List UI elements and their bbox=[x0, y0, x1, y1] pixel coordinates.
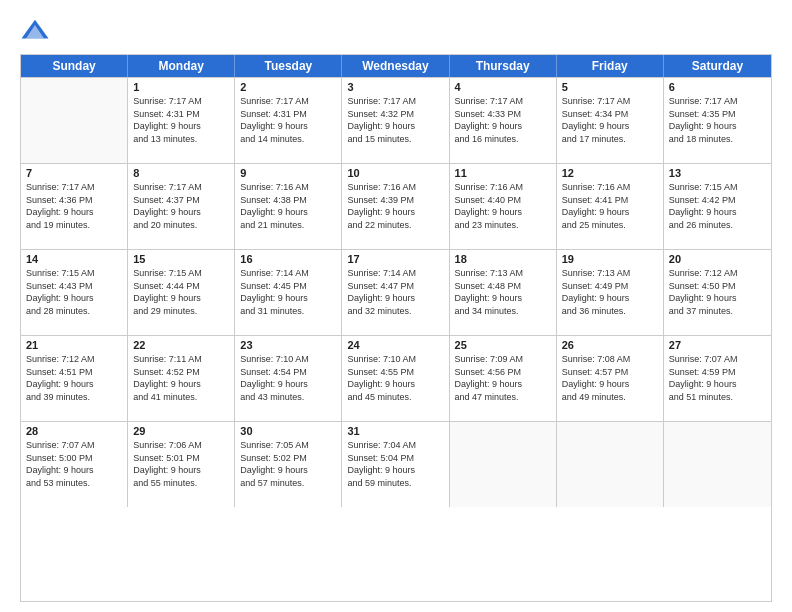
day-info: Sunrise: 7:08 AM Sunset: 4:57 PM Dayligh… bbox=[562, 353, 658, 403]
header-day-monday: Monday bbox=[128, 55, 235, 77]
calendar-week-4: 21Sunrise: 7:12 AM Sunset: 4:51 PM Dayli… bbox=[21, 335, 771, 421]
day-info: Sunrise: 7:17 AM Sunset: 4:33 PM Dayligh… bbox=[455, 95, 551, 145]
day-number: 4 bbox=[455, 81, 551, 93]
calendar-cell bbox=[450, 422, 557, 507]
day-number: 18 bbox=[455, 253, 551, 265]
calendar-week-5: 28Sunrise: 7:07 AM Sunset: 5:00 PM Dayli… bbox=[21, 421, 771, 507]
day-info: Sunrise: 7:17 AM Sunset: 4:32 PM Dayligh… bbox=[347, 95, 443, 145]
header-day-wednesday: Wednesday bbox=[342, 55, 449, 77]
day-info: Sunrise: 7:13 AM Sunset: 4:48 PM Dayligh… bbox=[455, 267, 551, 317]
calendar-cell: 25Sunrise: 7:09 AM Sunset: 4:56 PM Dayli… bbox=[450, 336, 557, 421]
calendar-cell: 29Sunrise: 7:06 AM Sunset: 5:01 PM Dayli… bbox=[128, 422, 235, 507]
logo-icon bbox=[20, 16, 50, 46]
calendar: SundayMondayTuesdayWednesdayThursdayFrid… bbox=[20, 54, 772, 602]
header-day-saturday: Saturday bbox=[664, 55, 771, 77]
calendar-cell: 4Sunrise: 7:17 AM Sunset: 4:33 PM Daylig… bbox=[450, 78, 557, 163]
header-day-tuesday: Tuesday bbox=[235, 55, 342, 77]
day-number: 2 bbox=[240, 81, 336, 93]
calendar-cell bbox=[557, 422, 664, 507]
calendar-cell: 31Sunrise: 7:04 AM Sunset: 5:04 PM Dayli… bbox=[342, 422, 449, 507]
calendar-cell: 16Sunrise: 7:14 AM Sunset: 4:45 PM Dayli… bbox=[235, 250, 342, 335]
calendar-body: 1Sunrise: 7:17 AM Sunset: 4:31 PM Daylig… bbox=[21, 77, 771, 507]
calendar-cell: 19Sunrise: 7:13 AM Sunset: 4:49 PM Dayli… bbox=[557, 250, 664, 335]
day-number: 25 bbox=[455, 339, 551, 351]
day-number: 28 bbox=[26, 425, 122, 437]
day-number: 20 bbox=[669, 253, 766, 265]
day-info: Sunrise: 7:12 AM Sunset: 4:51 PM Dayligh… bbox=[26, 353, 122, 403]
day-number: 13 bbox=[669, 167, 766, 179]
day-info: Sunrise: 7:09 AM Sunset: 4:56 PM Dayligh… bbox=[455, 353, 551, 403]
header-day-thursday: Thursday bbox=[450, 55, 557, 77]
day-number: 12 bbox=[562, 167, 658, 179]
day-info: Sunrise: 7:16 AM Sunset: 4:38 PM Dayligh… bbox=[240, 181, 336, 231]
calendar-cell bbox=[21, 78, 128, 163]
header-day-sunday: Sunday bbox=[21, 55, 128, 77]
calendar-cell: 14Sunrise: 7:15 AM Sunset: 4:43 PM Dayli… bbox=[21, 250, 128, 335]
day-info: Sunrise: 7:17 AM Sunset: 4:34 PM Dayligh… bbox=[562, 95, 658, 145]
day-info: Sunrise: 7:15 AM Sunset: 4:42 PM Dayligh… bbox=[669, 181, 766, 231]
day-number: 27 bbox=[669, 339, 766, 351]
day-number: 23 bbox=[240, 339, 336, 351]
day-info: Sunrise: 7:04 AM Sunset: 5:04 PM Dayligh… bbox=[347, 439, 443, 489]
calendar-cell: 5Sunrise: 7:17 AM Sunset: 4:34 PM Daylig… bbox=[557, 78, 664, 163]
calendar-cell: 2Sunrise: 7:17 AM Sunset: 4:31 PM Daylig… bbox=[235, 78, 342, 163]
day-info: Sunrise: 7:14 AM Sunset: 4:45 PM Dayligh… bbox=[240, 267, 336, 317]
day-number: 14 bbox=[26, 253, 122, 265]
calendar-cell: 27Sunrise: 7:07 AM Sunset: 4:59 PM Dayli… bbox=[664, 336, 771, 421]
day-number: 15 bbox=[133, 253, 229, 265]
day-number: 3 bbox=[347, 81, 443, 93]
day-info: Sunrise: 7:10 AM Sunset: 4:55 PM Dayligh… bbox=[347, 353, 443, 403]
calendar-cell: 1Sunrise: 7:17 AM Sunset: 4:31 PM Daylig… bbox=[128, 78, 235, 163]
day-info: Sunrise: 7:16 AM Sunset: 4:39 PM Dayligh… bbox=[347, 181, 443, 231]
day-info: Sunrise: 7:16 AM Sunset: 4:41 PM Dayligh… bbox=[562, 181, 658, 231]
logo bbox=[20, 16, 54, 46]
day-info: Sunrise: 7:05 AM Sunset: 5:02 PM Dayligh… bbox=[240, 439, 336, 489]
day-info: Sunrise: 7:17 AM Sunset: 4:36 PM Dayligh… bbox=[26, 181, 122, 231]
day-info: Sunrise: 7:17 AM Sunset: 4:37 PM Dayligh… bbox=[133, 181, 229, 231]
calendar-cell: 17Sunrise: 7:14 AM Sunset: 4:47 PM Dayli… bbox=[342, 250, 449, 335]
day-info: Sunrise: 7:16 AM Sunset: 4:40 PM Dayligh… bbox=[455, 181, 551, 231]
day-info: Sunrise: 7:15 AM Sunset: 4:44 PM Dayligh… bbox=[133, 267, 229, 317]
day-number: 29 bbox=[133, 425, 229, 437]
day-number: 10 bbox=[347, 167, 443, 179]
day-number: 11 bbox=[455, 167, 551, 179]
calendar-cell: 10Sunrise: 7:16 AM Sunset: 4:39 PM Dayli… bbox=[342, 164, 449, 249]
calendar-cell: 21Sunrise: 7:12 AM Sunset: 4:51 PM Dayli… bbox=[21, 336, 128, 421]
calendar-cell: 22Sunrise: 7:11 AM Sunset: 4:52 PM Dayli… bbox=[128, 336, 235, 421]
day-info: Sunrise: 7:14 AM Sunset: 4:47 PM Dayligh… bbox=[347, 267, 443, 317]
calendar-cell: 26Sunrise: 7:08 AM Sunset: 4:57 PM Dayli… bbox=[557, 336, 664, 421]
calendar-cell: 11Sunrise: 7:16 AM Sunset: 4:40 PM Dayli… bbox=[450, 164, 557, 249]
calendar-cell: 23Sunrise: 7:10 AM Sunset: 4:54 PM Dayli… bbox=[235, 336, 342, 421]
day-info: Sunrise: 7:17 AM Sunset: 4:35 PM Dayligh… bbox=[669, 95, 766, 145]
day-number: 1 bbox=[133, 81, 229, 93]
calendar-cell: 3Sunrise: 7:17 AM Sunset: 4:32 PM Daylig… bbox=[342, 78, 449, 163]
day-number: 17 bbox=[347, 253, 443, 265]
day-number: 9 bbox=[240, 167, 336, 179]
calendar-cell bbox=[664, 422, 771, 507]
calendar-cell: 12Sunrise: 7:16 AM Sunset: 4:41 PM Dayli… bbox=[557, 164, 664, 249]
calendar-cell: 15Sunrise: 7:15 AM Sunset: 4:44 PM Dayli… bbox=[128, 250, 235, 335]
day-info: Sunrise: 7:07 AM Sunset: 4:59 PM Dayligh… bbox=[669, 353, 766, 403]
calendar-week-3: 14Sunrise: 7:15 AM Sunset: 4:43 PM Dayli… bbox=[21, 249, 771, 335]
day-number: 31 bbox=[347, 425, 443, 437]
day-info: Sunrise: 7:12 AM Sunset: 4:50 PM Dayligh… bbox=[669, 267, 766, 317]
day-number: 6 bbox=[669, 81, 766, 93]
header bbox=[20, 16, 772, 46]
calendar-cell: 6Sunrise: 7:17 AM Sunset: 4:35 PM Daylig… bbox=[664, 78, 771, 163]
day-number: 19 bbox=[562, 253, 658, 265]
day-number: 16 bbox=[240, 253, 336, 265]
calendar-header: SundayMondayTuesdayWednesdayThursdayFrid… bbox=[21, 55, 771, 77]
calendar-cell: 24Sunrise: 7:10 AM Sunset: 4:55 PM Dayli… bbox=[342, 336, 449, 421]
calendar-week-2: 7Sunrise: 7:17 AM Sunset: 4:36 PM Daylig… bbox=[21, 163, 771, 249]
day-info: Sunrise: 7:10 AM Sunset: 4:54 PM Dayligh… bbox=[240, 353, 336, 403]
page: SundayMondayTuesdayWednesdayThursdayFrid… bbox=[0, 0, 792, 612]
header-day-friday: Friday bbox=[557, 55, 664, 77]
day-info: Sunrise: 7:17 AM Sunset: 4:31 PM Dayligh… bbox=[133, 95, 229, 145]
day-info: Sunrise: 7:06 AM Sunset: 5:01 PM Dayligh… bbox=[133, 439, 229, 489]
day-number: 24 bbox=[347, 339, 443, 351]
day-info: Sunrise: 7:17 AM Sunset: 4:31 PM Dayligh… bbox=[240, 95, 336, 145]
day-info: Sunrise: 7:07 AM Sunset: 5:00 PM Dayligh… bbox=[26, 439, 122, 489]
day-info: Sunrise: 7:13 AM Sunset: 4:49 PM Dayligh… bbox=[562, 267, 658, 317]
calendar-cell: 9Sunrise: 7:16 AM Sunset: 4:38 PM Daylig… bbox=[235, 164, 342, 249]
day-number: 7 bbox=[26, 167, 122, 179]
